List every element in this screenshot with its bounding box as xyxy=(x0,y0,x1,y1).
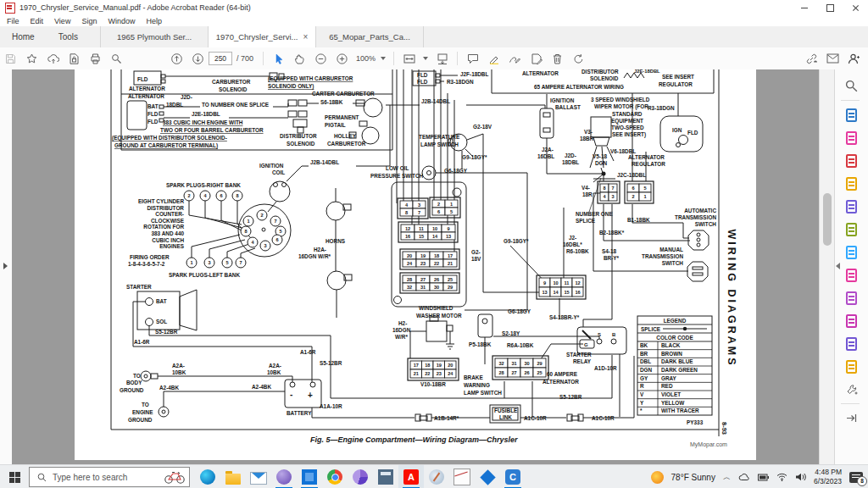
start-button[interactable] xyxy=(0,465,29,488)
page-number-input[interactable] xyxy=(209,52,232,65)
share-link-button[interactable] xyxy=(801,49,822,68)
scroll-mode-button[interactable] xyxy=(431,49,453,68)
nav-pane-collapsed[interactable] xyxy=(0,69,13,464)
previous-page-button[interactable] xyxy=(166,49,187,68)
tab-home[interactable]: Home xyxy=(0,26,47,47)
panel-tool-request-signatures[interactable] xyxy=(841,309,863,332)
taskbar-app-acrobat-reader[interactable]: A xyxy=(398,465,424,488)
taskbar-app-app-swirl[interactable] xyxy=(348,465,373,488)
taskbar-app-calculator[interactable] xyxy=(373,465,398,488)
highlight-button[interactable] xyxy=(483,49,504,68)
tab-close-icon[interactable]: × xyxy=(303,33,308,42)
find-button[interactable] xyxy=(106,49,127,68)
panel-tool-expand-panel[interactable] xyxy=(841,407,863,430)
minimize-button[interactable] xyxy=(792,0,817,15)
taskbar-app-3d-viewer[interactable] xyxy=(449,465,475,488)
taskbar-app-app-purple-circle[interactable] xyxy=(271,465,297,488)
zoom-in-button[interactable] xyxy=(331,49,353,68)
maximize-button[interactable] xyxy=(817,0,843,15)
vertical-scrollbar[interactable] xyxy=(819,69,835,464)
save-button[interactable] xyxy=(0,49,21,68)
page-scroll-icon xyxy=(437,53,448,64)
panel-tool-convert-pdf[interactable] xyxy=(841,241,863,263)
weather-sun-icon xyxy=(651,471,664,484)
menu-view[interactable]: View xyxy=(54,17,70,25)
delete-button[interactable] xyxy=(547,49,568,68)
pdf-page: FLDALTERNATORCARBURETORSOLENOID(EQUIPPED… xyxy=(75,69,756,460)
redo-button[interactable] xyxy=(568,49,589,68)
panel-tool-export-pdf[interactable] xyxy=(841,103,863,126)
speaker-icon[interactable] xyxy=(795,473,806,481)
panel-tool-protect[interactable] xyxy=(841,355,863,378)
select-tool-button[interactable] xyxy=(268,49,289,68)
battery-icon[interactable] xyxy=(758,474,769,481)
weather-text[interactable]: 78°F Sunny xyxy=(671,473,715,482)
onedrive-cloud-icon[interactable] xyxy=(738,473,750,481)
page-lock-button[interactable] xyxy=(64,49,85,68)
expand-left-pane-icon[interactable] xyxy=(3,263,8,269)
star-button[interactable] xyxy=(21,49,42,68)
menu-help[interactable]: Help xyxy=(146,17,162,25)
hand-tool-button[interactable] xyxy=(289,49,310,68)
next-page-button[interactable] xyxy=(187,49,209,68)
panel-tool-create-pdf[interactable] xyxy=(841,149,863,172)
collapse-panel-icon[interactable] xyxy=(836,263,840,269)
account-button[interactable] xyxy=(843,49,865,68)
tab-label: 1970_Chrysler_Servi... xyxy=(216,32,298,42)
taskbar-app-paint-3d[interactable] xyxy=(424,465,449,488)
tab-doc-1970-chrysler[interactable]: 1970_Chrysler_Servi... × xyxy=(208,26,315,47)
panel-tool-search-tools[interactable] xyxy=(841,75,863,97)
diagram-label: 7 xyxy=(418,210,420,215)
panel-tool-comments[interactable] xyxy=(841,172,863,195)
menu-file[interactable]: File xyxy=(7,17,19,25)
diagram-label: 383 CUBIC INCH ENGINE WITH xyxy=(163,119,243,125)
scrollbar-thumb[interactable] xyxy=(823,193,832,246)
fit-caret-icon[interactable] xyxy=(423,57,428,60)
panel-tool-stamp[interactable] xyxy=(841,286,863,309)
panel-tool-combine-files[interactable] xyxy=(841,195,863,218)
close-button[interactable] xyxy=(843,0,868,15)
share-button[interactable] xyxy=(42,49,64,68)
panel-tool-edit-pdf[interactable] xyxy=(841,218,863,241)
diagram-label: DISTRIBUTOR xyxy=(147,205,184,211)
diagram-label: A1-6R xyxy=(134,339,150,345)
taskbar-app-app-c[interactable]: C xyxy=(500,465,526,488)
expand-panel-icon xyxy=(846,413,857,423)
zoom-out-button[interactable] xyxy=(310,49,331,68)
menu-window[interactable]: Window xyxy=(108,17,135,25)
taskbar-app-photos[interactable] xyxy=(297,465,322,488)
zoom-caret-icon[interactable] xyxy=(381,57,386,60)
wifi-icon[interactable] xyxy=(776,473,787,481)
notification-center-icon[interactable]: 8 xyxy=(849,472,863,483)
taskbar-app-app-diamond[interactable] xyxy=(475,465,500,488)
comment-button[interactable] xyxy=(462,49,483,68)
taskbar-app-mail[interactable] xyxy=(246,465,271,488)
tab-doc-65-mopar[interactable]: 65_Mopar_Parts_Ca... xyxy=(315,26,424,47)
email-button[interactable] xyxy=(822,49,843,68)
diagram-label: CARBURETOR xyxy=(327,141,366,147)
taskbar-app-chrome[interactable] xyxy=(322,465,348,488)
tab-doc-1965-plymouth[interactable]: 1965 Plymouth Ser... xyxy=(100,26,208,47)
menu-sign[interactable]: Sign xyxy=(81,17,97,25)
diagram-label: STARTER xyxy=(126,284,152,290)
diagram-label: 8 xyxy=(244,229,247,234)
fit-width-button[interactable] xyxy=(398,49,420,68)
taskbar-search[interactable]: Type here to search xyxy=(29,467,190,487)
taskbar-app-file-explorer[interactable] xyxy=(220,465,246,488)
tab-tools[interactable]: Tools xyxy=(47,26,90,47)
panel-tool-more-tools[interactable] xyxy=(841,378,863,401)
diagram-label: J2A- xyxy=(542,147,554,152)
tray-chevron-icon[interactable]: ︿ xyxy=(723,472,731,483)
diagram-label: 31 xyxy=(511,361,516,366)
sign-toolbar-button[interactable] xyxy=(504,49,526,68)
panel-tool-organize-pages[interactable] xyxy=(841,126,863,149)
taskbar-app-edge[interactable] xyxy=(195,465,220,488)
panel-tool-sign[interactable] xyxy=(841,332,863,355)
menu-edit[interactable]: Edit xyxy=(31,17,44,25)
export-toolbar-button[interactable] xyxy=(526,49,547,68)
print-button[interactable] xyxy=(85,49,106,68)
diagram-label: 383 AND 440 xyxy=(152,230,185,236)
panel-tool-fill-sign[interactable] xyxy=(841,263,863,286)
taskbar-clock[interactable]: 4:48 PM 6/3/2023 xyxy=(814,468,842,485)
diagram-label: 28 xyxy=(498,370,504,375)
